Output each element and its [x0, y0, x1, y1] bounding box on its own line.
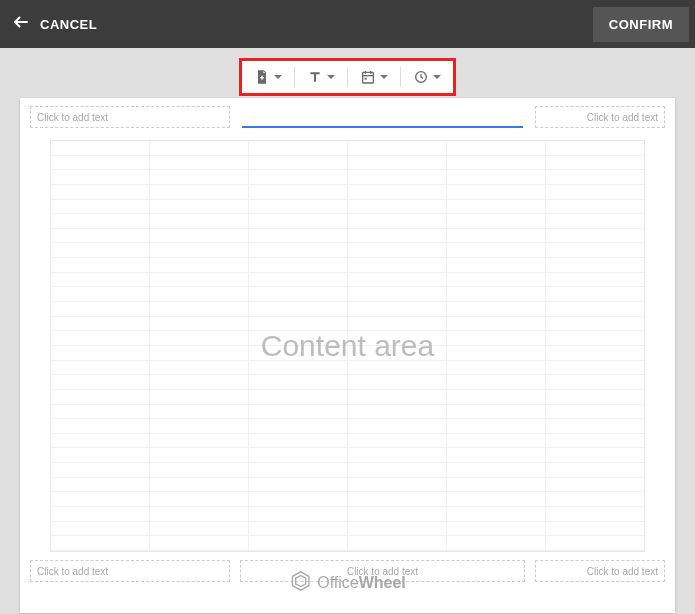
content-grid[interactable]: Content area [50, 140, 645, 552]
confirm-button[interactable]: CONFIRM [593, 7, 689, 42]
page-canvas: Click to add text Click to add text Cont… [20, 98, 675, 613]
cancel-label: CANCEL [40, 17, 97, 32]
file-plus-icon [254, 69, 270, 85]
header-center-placeholder[interactable] [242, 106, 523, 128]
toolbar-clock-dropdown[interactable] [401, 61, 453, 93]
toolbar-text-dropdown[interactable] [295, 61, 347, 93]
arrow-left-icon [12, 13, 30, 35]
footer-right-placeholder[interactable]: Click to add text [535, 560, 665, 582]
svg-rect-7 [365, 78, 367, 80]
chevron-down-icon [433, 75, 441, 79]
footer-left-placeholder[interactable]: Click to add text [30, 560, 230, 582]
header-right-placeholder[interactable]: Click to add text [535, 106, 665, 128]
footer-center-placeholder[interactable]: Click to add text [240, 560, 525, 582]
toolbar-calendar-dropdown[interactable] [348, 61, 400, 93]
chevron-down-icon [380, 75, 388, 79]
header-bar: CANCEL CONFIRM [0, 0, 695, 48]
chevron-down-icon [274, 75, 282, 79]
text-icon [307, 69, 323, 85]
header-left-placeholder[interactable]: Click to add text [30, 106, 230, 128]
clock-icon [413, 69, 429, 85]
calendar-icon [360, 69, 376, 85]
svg-rect-2 [261, 76, 262, 80]
toolbar-container [0, 48, 695, 96]
svg-rect-3 [363, 72, 374, 83]
toolbar [239, 58, 456, 96]
header-row: Click to add text Click to add text [30, 106, 665, 128]
toolbar-add-field-dropdown[interactable] [242, 61, 294, 93]
footer-row: Click to add text Click to add text Clic… [30, 560, 665, 582]
chevron-down-icon [327, 75, 335, 79]
cancel-button[interactable]: CANCEL [12, 13, 97, 35]
